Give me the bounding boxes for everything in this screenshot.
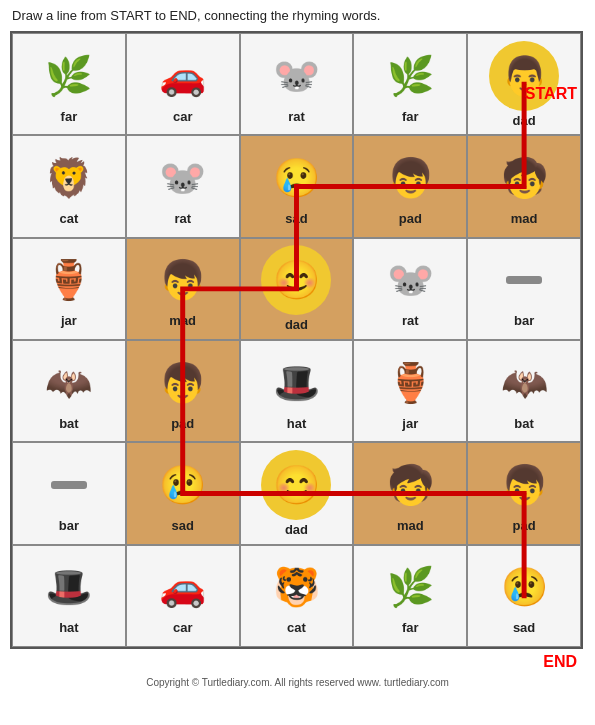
cell-r5c2: 🐯 cat: [240, 545, 354, 647]
cell-r4c0: bar: [12, 442, 126, 544]
cell-r1c1: 🐭 rat: [126, 135, 240, 237]
end-label: END: [543, 653, 577, 671]
cell-r2c2: 😊 dad: [240, 238, 354, 340]
cell-r0c2: 🐭 rat: [240, 33, 354, 135]
cell-r1c4: 🧒 mad: [467, 135, 581, 237]
cell-r1c3: 👦 pad: [353, 135, 467, 237]
cell-r3c1: 👦 pad: [126, 340, 240, 442]
cell-r3c4: 🦇 bat: [467, 340, 581, 442]
start-label: START: [525, 85, 577, 103]
cell-r0c1: 🚗 car: [126, 33, 240, 135]
cell-r5c4-end: 😢 sad: [467, 545, 581, 647]
cell-r2c4: bar: [467, 238, 581, 340]
cell-r3c0: 🦇 bat: [12, 340, 126, 442]
cell-r4c4: 👦 pad: [467, 442, 581, 544]
cell-r4c2: 😊 dad: [240, 442, 354, 544]
cell-r3c3: 🏺 jar: [353, 340, 467, 442]
cell-r4c1: 😢 sad: [126, 442, 240, 544]
cell-r2c1: 👦 mad: [126, 238, 240, 340]
cell-r3c2: 🎩 hat: [240, 340, 354, 442]
cell-r5c1: 🚗 car: [126, 545, 240, 647]
cell-r0c3: 🌿 far: [353, 33, 467, 135]
cell-r2c3: 🐭 rat: [353, 238, 467, 340]
cell-r0c0: 🌿 far: [12, 33, 126, 135]
cell-r1c0: 🦁 cat: [12, 135, 126, 237]
cell-r5c3: 🌿 far: [353, 545, 467, 647]
rhyme-grid: 🌿 far 🚗 car 🐭 rat 🌿 far 👨 dad 🦁 cat 🐭 ra…: [10, 31, 583, 649]
cell-r1c2: 😢 sad: [240, 135, 354, 237]
cell-r2c0: 🏺 jar: [12, 238, 126, 340]
cell-r5c0: 🎩 hat: [12, 545, 126, 647]
cell-r4c3: 🧒 mad: [353, 442, 467, 544]
instruction: Draw a line from START to END, connectin…: [0, 0, 595, 27]
footer: Copyright © Turtlediary.com. All rights …: [0, 673, 595, 692]
